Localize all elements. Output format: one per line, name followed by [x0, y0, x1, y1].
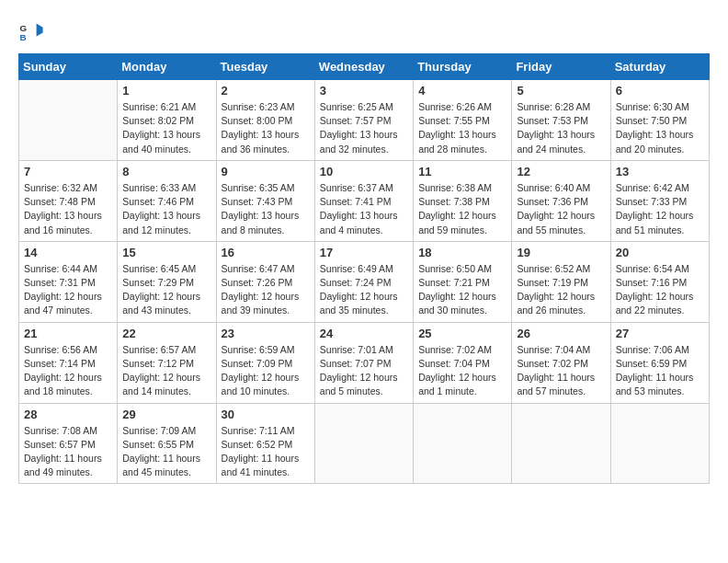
calendar-cell — [610, 403, 709, 484]
day-number: 8 — [122, 165, 210, 178]
day-info: Sunrise: 7:06 AM Sunset: 6:59 PM Dayligh… — [616, 343, 704, 399]
day-info: Sunrise: 7:02 AM Sunset: 7:04 PM Dayligh… — [418, 343, 506, 399]
day-number: 4 — [418, 84, 506, 98]
day-info: Sunrise: 6:42 AM Sunset: 7:33 PM Dayligh… — [616, 181, 704, 237]
day-info: Sunrise: 7:11 AM Sunset: 6:52 PM Dayligh… — [222, 424, 310, 480]
svg-text:B: B — [19, 32, 26, 42]
day-number: 16 — [222, 246, 310, 259]
day-number: 5 — [517, 84, 605, 98]
weekday-header: Thursday — [414, 54, 512, 80]
day-info: Sunrise: 6:59 AM Sunset: 7:09 PM Dayligh… — [222, 343, 310, 399]
day-number: 18 — [418, 246, 506, 259]
day-info: Sunrise: 6:56 AM Sunset: 7:14 PM Dayligh… — [24, 343, 112, 399]
day-number: 28 — [24, 408, 112, 421]
calendar-week-row: 7Sunrise: 6:32 AM Sunset: 7:48 PM Daylig… — [19, 160, 710, 241]
calendar-cell: 24Sunrise: 7:01 AM Sunset: 7:07 PM Dayli… — [314, 322, 413, 403]
calendar-table: SundayMondayTuesdayWednesdayThursdayFrid… — [18, 53, 710, 484]
day-number: 14 — [24, 246, 112, 259]
calendar-cell: 3Sunrise: 6:25 AM Sunset: 7:57 PM Daylig… — [314, 80, 413, 161]
day-info: Sunrise: 6:35 AM Sunset: 7:43 PM Dayligh… — [222, 181, 310, 237]
calendar-cell: 13Sunrise: 6:42 AM Sunset: 7:33 PM Dayli… — [610, 160, 709, 241]
day-info: Sunrise: 7:08 AM Sunset: 6:57 PM Dayligh… — [24, 424, 112, 480]
day-info: Sunrise: 6:37 AM Sunset: 7:41 PM Dayligh… — [320, 181, 408, 237]
day-info: Sunrise: 6:44 AM Sunset: 7:31 PM Dayligh… — [24, 262, 112, 318]
day-info: Sunrise: 6:30 AM Sunset: 7:50 PM Dayligh… — [616, 100, 704, 156]
day-info: Sunrise: 6:40 AM Sunset: 7:36 PM Dayligh… — [517, 181, 605, 237]
calendar-cell: 29Sunrise: 7:09 AM Sunset: 6:55 PM Dayli… — [118, 403, 216, 484]
day-info: Sunrise: 6:23 AM Sunset: 8:00 PM Dayligh… — [222, 100, 310, 156]
calendar-cell: 21Sunrise: 6:56 AM Sunset: 7:14 PM Dayli… — [19, 322, 118, 403]
svg-marker-1 — [37, 24, 43, 37]
calendar-cell: 5Sunrise: 6:28 AM Sunset: 7:53 PM Daylig… — [512, 80, 610, 161]
day-info: Sunrise: 7:01 AM Sunset: 7:07 PM Dayligh… — [320, 343, 408, 399]
calendar-cell: 14Sunrise: 6:44 AM Sunset: 7:31 PM Dayli… — [19, 241, 118, 322]
day-number: 30 — [222, 408, 310, 421]
day-number: 25 — [418, 327, 506, 340]
calendar-cell: 2Sunrise: 6:23 AM Sunset: 8:00 PM Daylig… — [216, 80, 314, 161]
day-number: 23 — [222, 327, 310, 340]
weekday-header: Saturday — [610, 54, 709, 80]
day-number: 22 — [122, 327, 210, 340]
day-info: Sunrise: 6:26 AM Sunset: 7:55 PM Dayligh… — [418, 100, 506, 156]
calendar-cell: 11Sunrise: 6:38 AM Sunset: 7:38 PM Dayli… — [414, 160, 512, 241]
day-info: Sunrise: 6:33 AM Sunset: 7:46 PM Dayligh… — [122, 181, 210, 237]
calendar-cell: 23Sunrise: 6:59 AM Sunset: 7:09 PM Dayli… — [216, 322, 314, 403]
day-number: 24 — [320, 327, 408, 340]
header-row: SundayMondayTuesdayWednesdayThursdayFrid… — [19, 54, 710, 80]
day-number: 29 — [122, 408, 210, 421]
day-number: 12 — [517, 165, 605, 178]
weekday-header: Tuesday — [216, 54, 314, 80]
day-number: 26 — [517, 327, 605, 340]
day-number: 9 — [222, 165, 310, 178]
day-info: Sunrise: 6:52 AM Sunset: 7:19 PM Dayligh… — [517, 262, 605, 318]
day-info: Sunrise: 7:04 AM Sunset: 7:02 PM Dayligh… — [517, 343, 605, 399]
calendar-cell: 6Sunrise: 6:30 AM Sunset: 7:50 PM Daylig… — [610, 80, 709, 161]
day-info: Sunrise: 6:28 AM Sunset: 7:53 PM Dayligh… — [517, 100, 605, 156]
day-info: Sunrise: 6:47 AM Sunset: 7:26 PM Dayligh… — [222, 262, 310, 318]
day-number: 27 — [616, 327, 704, 340]
day-number: 21 — [24, 327, 112, 340]
day-info: Sunrise: 6:25 AM Sunset: 7:57 PM Dayligh… — [320, 100, 408, 156]
calendar-cell: 8Sunrise: 6:33 AM Sunset: 7:46 PM Daylig… — [118, 160, 216, 241]
calendar-cell: 9Sunrise: 6:35 AM Sunset: 7:43 PM Daylig… — [216, 160, 314, 241]
calendar-cell — [314, 403, 413, 484]
calendar-week-row: 21Sunrise: 6:56 AM Sunset: 7:14 PM Dayli… — [19, 322, 710, 403]
day-info: Sunrise: 6:54 AM Sunset: 7:16 PM Dayligh… — [616, 262, 704, 318]
calendar-cell — [414, 403, 512, 484]
calendar-cell: 18Sunrise: 6:50 AM Sunset: 7:21 PM Dayli… — [414, 241, 512, 322]
page-header: G B — [18, 18, 710, 44]
calendar-cell: 10Sunrise: 6:37 AM Sunset: 7:41 PM Dayli… — [314, 160, 413, 241]
calendar-cell: 28Sunrise: 7:08 AM Sunset: 6:57 PM Dayli… — [19, 403, 118, 484]
calendar-cell: 4Sunrise: 6:26 AM Sunset: 7:55 PM Daylig… — [414, 80, 512, 161]
day-info: Sunrise: 6:57 AM Sunset: 7:12 PM Dayligh… — [122, 343, 210, 399]
day-number: 10 — [320, 165, 408, 178]
calendar-cell: 30Sunrise: 7:11 AM Sunset: 6:52 PM Dayli… — [216, 403, 314, 484]
calendar-cell: 27Sunrise: 7:06 AM Sunset: 6:59 PM Dayli… — [610, 322, 709, 403]
calendar-cell: 22Sunrise: 6:57 AM Sunset: 7:12 PM Dayli… — [118, 322, 216, 403]
calendar-week-row: 1Sunrise: 6:21 AM Sunset: 8:02 PM Daylig… — [19, 80, 710, 161]
day-info: Sunrise: 7:09 AM Sunset: 6:55 PM Dayligh… — [122, 424, 210, 480]
calendar-week-row: 14Sunrise: 6:44 AM Sunset: 7:31 PM Dayli… — [19, 241, 710, 322]
day-info: Sunrise: 6:49 AM Sunset: 7:24 PM Dayligh… — [320, 262, 408, 318]
day-number: 11 — [418, 165, 506, 178]
calendar-header: SundayMondayTuesdayWednesdayThursdayFrid… — [19, 54, 710, 80]
logo: G B — [18, 18, 48, 44]
calendar-cell: 17Sunrise: 6:49 AM Sunset: 7:24 PM Dayli… — [314, 241, 413, 322]
day-number: 6 — [616, 84, 704, 98]
day-info: Sunrise: 6:21 AM Sunset: 8:02 PM Dayligh… — [122, 100, 210, 156]
day-number: 13 — [616, 165, 704, 178]
calendar-cell — [512, 403, 610, 484]
day-info: Sunrise: 6:32 AM Sunset: 7:48 PM Dayligh… — [24, 181, 112, 237]
day-number: 19 — [517, 246, 605, 259]
day-info: Sunrise: 6:45 AM Sunset: 7:29 PM Dayligh… — [122, 262, 210, 318]
logo-icon: G B — [18, 18, 44, 44]
day-info: Sunrise: 6:50 AM Sunset: 7:21 PM Dayligh… — [418, 262, 506, 318]
day-number: 20 — [616, 246, 704, 259]
calendar-cell: 15Sunrise: 6:45 AM Sunset: 7:29 PM Dayli… — [118, 241, 216, 322]
day-number: 17 — [320, 246, 408, 259]
weekday-header: Monday — [118, 54, 216, 80]
calendar-cell: 20Sunrise: 6:54 AM Sunset: 7:16 PM Dayli… — [610, 241, 709, 322]
day-number: 1 — [122, 84, 210, 98]
calendar-cell: 26Sunrise: 7:04 AM Sunset: 7:02 PM Dayli… — [512, 322, 610, 403]
calendar-cell: 7Sunrise: 6:32 AM Sunset: 7:48 PM Daylig… — [19, 160, 118, 241]
